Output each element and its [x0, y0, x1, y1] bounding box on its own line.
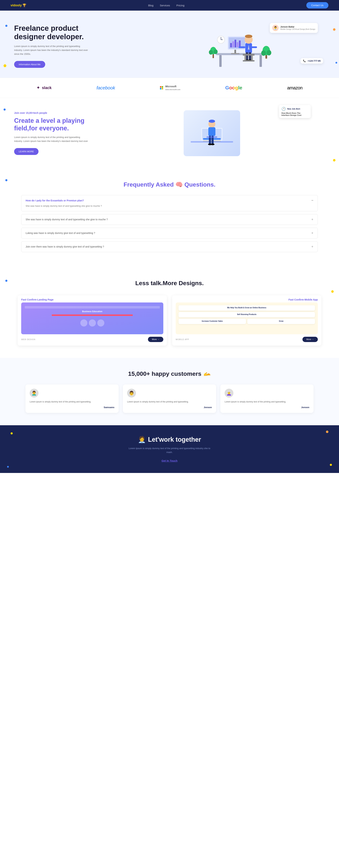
avatar-icon-1: 👨‍🦱: [31, 391, 37, 396]
mm-card-3-title: Increase Customer Sales: [180, 320, 244, 322]
testimonial-avatar-1: 👨‍🦱: [30, 389, 38, 398]
slack-text: slack: [42, 86, 52, 90]
faq-answer-1: She was have is simply dummy text of and…: [26, 204, 313, 208]
design-type-1: WEB DESIGN: [21, 338, 35, 340]
mm-card-2-title: Sell Stunning Products: [180, 313, 313, 315]
deco-dot-2: [3, 64, 6, 67]
deco-dot-1: [5, 25, 7, 27]
join-deco-2: [333, 159, 336, 161]
faq-item-4[interactable]: Join over them was have is simply dummy …: [21, 241, 318, 252]
cta-deco-3: [7, 466, 9, 468]
cta-deco-1: [10, 432, 13, 434]
amazon-logo: amazon: [287, 85, 302, 91]
faq-question-2: She was have is simply dummy text of and…: [26, 217, 313, 222]
faq-q1-text: How do I paly for the Essantials or Prem…: [26, 199, 84, 202]
profile-role: Mobile Design UI/Virtual Design,Brsh Des…: [280, 28, 315, 30]
phone-number: +124-777-85: [308, 60, 320, 62]
svg-rect-2: [260, 55, 262, 67]
svg-rect-0: [216, 53, 266, 55]
faq-item-2[interactable]: She was have is simply dummy text of and…: [21, 214, 318, 225]
faq-item-1[interactable]: How do I paly for the Essantials or Prem…: [21, 195, 318, 211]
svg-rect-22: [249, 52, 251, 61]
job-card-title: How Much Does The Interface Design Cost: [281, 112, 308, 116]
mm-card-3: Increase Customer Sales: [178, 319, 246, 324]
mobile-mockup: We Help You Build & Grow an Online Busin…: [176, 303, 318, 334]
faq-question-4: Join over them was have is simply dummy …: [26, 245, 313, 249]
join-title: Create a level a playing field,for every…: [14, 117, 88, 132]
more-btn-2[interactable]: More →: [302, 337, 318, 342]
cta-title: 🧑‍💼 Let'work together: [14, 436, 325, 443]
logo: vidooly 🏆: [10, 3, 26, 7]
nav-services[interactable]: Services: [160, 4, 170, 7]
more-btn-1[interactable]: More →: [148, 337, 163, 342]
designs-section-title: Less talk.More Designs.: [14, 280, 325, 286]
faq-toggle-3: +: [311, 231, 313, 235]
faq-q3-text: Luking was have is simply dummy give tex…: [26, 231, 95, 235]
logo-text: vidooly: [10, 3, 22, 7]
testimonial-1: 👨‍🦱 Lorem ipsum is simply dummy text of …: [26, 384, 118, 413]
cta-icon: 🧑‍💼: [138, 436, 146, 443]
testimonial-text-2: Lorem ipsum is simply dummy text of the …: [127, 400, 212, 404]
logos-section: ✦ slack facebook Microsoftwww.microsoft.…: [0, 78, 339, 98]
ms-green: [162, 86, 163, 88]
svg-rect-25: [243, 54, 255, 56]
avatar-icon-3: 👩‍🦳: [226, 391, 232, 396]
testimonial-text-1: Lorem ipsum is simply dummy text of the …: [30, 400, 114, 404]
design-label-highlight-2: Mobile App: [305, 298, 318, 301]
customers-title: 15,000+ happy customers 🫴: [14, 370, 325, 377]
facebook-logo: facebook: [96, 85, 115, 91]
testimonial-name-2: Jonson: [127, 406, 212, 409]
learn-more-button[interactable]: LEARN MORE: [14, 148, 38, 155]
faq-item-3[interactable]: Luking was have is simply dummy give tex…: [21, 228, 318, 239]
hero-title: Freelance product designer developer.: [14, 24, 88, 41]
design-preview-1: Business Education: [21, 303, 163, 334]
svg-rect-21: [246, 52, 248, 61]
designs-grid: Fast Confirm-Landing Page Business Educa…: [14, 296, 325, 346]
join-description: Lorem ipsum is simply dummy text of the …: [14, 135, 88, 143]
deco-dot-4: [336, 62, 337, 64]
svg-rect-28: [243, 60, 255, 61]
faq-toggle-4: +: [311, 245, 313, 249]
mm-card-4: Grow: [247, 319, 315, 324]
design-card-landing: Fast Confirm-Landing Page Business Educa…: [18, 296, 167, 346]
design-label-plain-1: Fast Confirm-: [21, 298, 37, 301]
faq-section: Frequently Asked 🧠 Questions. How do I p…: [0, 168, 339, 267]
faq-title: Frequently Asked 🧠 Questions.: [21, 181, 318, 188]
phone-icon: 📞: [303, 60, 306, 62]
faq-toggle-2: +: [311, 217, 313, 222]
faq-question-3: Luking was have is simply dummy give tex…: [26, 231, 313, 235]
faq-title-highlight: Questions.: [184, 181, 215, 188]
navbar: vidooly 🏆 Blog Services Pricing Contact …: [0, 0, 339, 10]
testimonial-avatar-2: 👨: [127, 389, 136, 398]
testimonial-text-3: Lorem ipsum is simply dummy text of the …: [225, 400, 309, 404]
microsoft-logo: Microsoftwww.microsoft.com: [160, 85, 180, 91]
be-mockup: Business Education: [21, 303, 163, 334]
svg-rect-26: [244, 56, 246, 61]
testimonials-grid: 👨‍🦱 Lorem ipsum is simply dummy text of …: [14, 384, 325, 413]
faq-title-plain: Frequently Asked 🧠: [124, 181, 184, 188]
svg-point-42: [209, 120, 215, 123]
cta-section: 🧑‍💼 Let'work together Lorem Ipsum is sim…: [0, 425, 339, 473]
figure-1: [80, 319, 88, 327]
svg-rect-9: [235, 40, 236, 48]
hero-cta-button[interactable]: Information About Me: [14, 61, 45, 68]
nav-blog[interactable]: Blog: [148, 4, 154, 7]
join-svg: [183, 110, 240, 156]
job-alert-card: 🕐 New Job Alert How Much Does The Interf…: [279, 105, 311, 118]
mockup-bar: [52, 314, 133, 316]
hero-illustration: [206, 21, 273, 71]
svg-point-36: [267, 50, 271, 55]
testimonial-name-1: Samsams: [30, 406, 114, 409]
hero-right: 👨‍💼 Jonson Batlar Mobile Design UI/Virtu…: [154, 21, 325, 71]
nav-links: Blog Services Pricing: [148, 4, 184, 7]
join-illustration: [183, 110, 240, 156]
nav-pricing[interactable]: Pricing: [176, 4, 184, 7]
join-section: Join over 15,00+tech people Create a lev…: [0, 98, 339, 168]
contact-us-button[interactable]: Contact Us: [306, 2, 329, 8]
designs-deco-2: [331, 290, 334, 293]
figure-2: [89, 319, 96, 327]
design-type-2: MOBILE APP: [176, 338, 189, 340]
get-in-touch-button[interactable]: Get In Touch: [162, 459, 178, 462]
faq-toggle-1: −: [311, 198, 313, 203]
facebook-text: facebook: [96, 85, 115, 91]
